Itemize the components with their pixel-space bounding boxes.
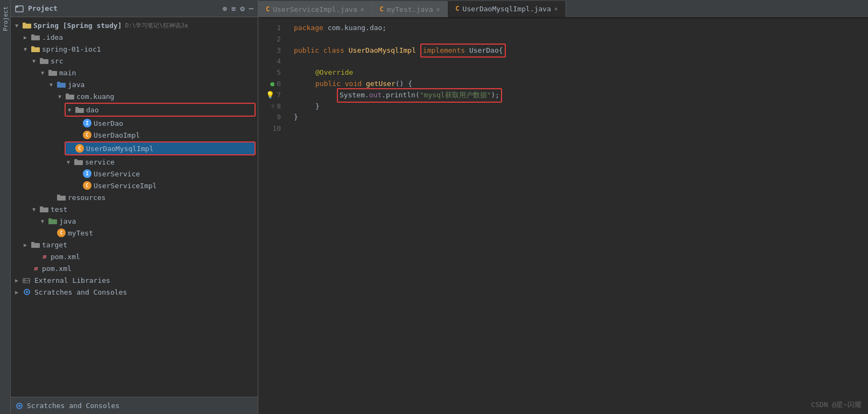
tree-item-spring-root[interactable]: ▼ Spring [Spring study] D:\学习笔记\狂神说Ja	[11, 19, 258, 31]
service-label: service	[85, 158, 115, 166]
dot-7: .	[382, 90, 386, 101]
tab-userdaomysqlimpl[interactable]: C UserDaoMysqlImpl.java ✕	[448, 1, 566, 17]
svg-rect-5	[31, 34, 34, 36]
spring01-label: spring-01-ioc1	[42, 45, 101, 53]
tab-userserviceimpl-close[interactable]: ✕	[361, 6, 364, 13]
spring-root-label: Spring [Spring study]	[33, 22, 122, 30]
kw-public-3: public	[294, 45, 323, 56]
implements-name: UserDao	[469, 45, 499, 56]
tree-item-userserviceimpl[interactable]: ▶ C UserServiceImpl	[11, 180, 258, 191]
minimize-icon[interactable]: ─	[249, 4, 253, 13]
expand-icon[interactable]: ≡	[231, 4, 236, 13]
tree-item-extlibs[interactable]: ▶ External Libraries	[11, 274, 258, 286]
ln-3: 3	[258, 45, 281, 56]
svg-rect-19	[74, 159, 77, 161]
tree-item-src[interactable]: ▼ src	[11, 55, 258, 67]
code-line-3: public class UserDaoMysqlImpl implements…	[294, 45, 859, 56]
idea-label: .idea	[42, 33, 63, 41]
scratches-bottom-item[interactable]: Scratches and Consoles	[15, 402, 119, 410]
settings-icon[interactable]: ⚙	[240, 4, 244, 13]
tab-userdaomysqlimpl-icon: C	[455, 5, 459, 12]
code-content[interactable]: package com.kuang.dao; public class User…	[285, 18, 868, 414]
system-class: System.	[340, 90, 369, 101]
editor-area: C UserServiceImpl.java ✕ C myTest.java ✕…	[258, 0, 868, 414]
project-tool-button[interactable]: Project	[1, 3, 10, 35]
tab-userdaomysqlimpl-label: UserDaoMysqlImpl.java	[463, 5, 551, 13]
pkg-name: com.kuang.dao;	[328, 23, 387, 34]
out-field: out	[369, 90, 382, 101]
tree-item-userservice[interactable]: ▶ I UserService	[11, 168, 258, 180]
tree-item-scratches[interactable]: ▶ Scratches and Consoles	[11, 286, 258, 298]
tree-item-pom-root[interactable]: ▶ m pom.xml	[11, 262, 258, 274]
fold-gutter-icon[interactable]: ▽	[271, 102, 274, 111]
userservice-badge: I	[83, 169, 91, 178]
tab-mytest[interactable]: C myTest.java ✕	[372, 1, 448, 17]
tree-item-comkuang[interactable]: ▼ com.kuang	[11, 90, 258, 102]
userdao-label: UserDao	[94, 119, 123, 127]
tree-item-test-java[interactable]: ▼ java	[11, 215, 258, 227]
ln-5: 5	[258, 67, 281, 78]
ln-10: 10	[258, 123, 281, 134]
tree-item-mytest[interactable]: ▶ C myTest	[11, 227, 258, 239]
svg-rect-7	[31, 46, 34, 48]
code-line-5: @Override	[294, 67, 859, 78]
tree-item-target[interactable]: ▶ target	[11, 239, 258, 251]
tree-item-test[interactable]: ▼ test	[11, 203, 258, 215]
svg-rect-27	[31, 242, 34, 244]
run-gutter-icon[interactable]: ●	[270, 78, 274, 90]
tree-item-java[interactable]: ▼ java	[11, 78, 258, 90]
ln-8: ▽ 8	[258, 101, 281, 112]
paren-close-7: );	[491, 90, 500, 101]
tab-mytest-close[interactable]: ✕	[436, 6, 440, 13]
tab-userdaomysqlimpl-close[interactable]: ✕	[554, 5, 558, 12]
pom-root-label: pom.xml	[42, 265, 72, 273]
test-label: test	[51, 205, 67, 213]
tree-item-userdao[interactable]: ▶ I UserDao	[11, 117, 258, 129]
println-redbox: System. out . println ( "mysql获取用户数据" );	[337, 88, 502, 103]
brace-open: {	[499, 45, 503, 56]
tree-item-pom-child[interactable]: ▶ m pom.xml	[11, 251, 258, 262]
tree-item-service[interactable]: ▼ service	[11, 156, 258, 168]
code-line-10	[294, 123, 859, 134]
tree-item-idea[interactable]: ▶ .idea	[11, 31, 258, 43]
target-label: target	[42, 241, 67, 249]
svg-rect-13	[57, 82, 60, 83]
project-tree: ▼ Spring [Spring study] D:\学习笔记\狂神说Ja ▶ …	[11, 17, 258, 397]
code-line-7: System. out . println ( "mysql获取用户数据" );	[294, 90, 859, 101]
svg-rect-20	[57, 196, 66, 201]
tab-userserviceimpl-icon: C	[266, 5, 270, 13]
svg-rect-4	[31, 35, 40, 40]
tree-item-resources[interactable]: ▶ resources	[11, 191, 258, 203]
userdaomysqlimpl-badge: C	[75, 144, 84, 153]
svg-rect-16	[75, 108, 84, 113]
scratches-bottom-icon	[15, 402, 24, 410]
svg-rect-8	[40, 59, 48, 64]
project-title: Project	[28, 4, 58, 12]
svg-rect-10	[48, 71, 57, 76]
tab-userserviceimpl[interactable]: C UserServiceImpl.java ✕	[258, 1, 372, 17]
string-mysql: "mysql获取用户数据"	[420, 90, 491, 101]
svg-rect-18	[74, 160, 83, 165]
tab-userserviceimpl-label: UserServiceImpl.java	[273, 5, 357, 13]
project-bottom-bar: Scratches and Consoles	[11, 397, 258, 414]
tree-item-spring01[interactable]: ▼ spring-01-ioc1	[11, 43, 258, 55]
locate-icon[interactable]: ⊕	[222, 4, 227, 13]
svg-rect-26	[31, 243, 40, 248]
svg-rect-14	[66, 95, 74, 99]
tree-item-userdaoimpl[interactable]: ▶ C UserDaoImpl	[11, 129, 258, 141]
svg-rect-6	[31, 47, 40, 52]
code-line-1: package com.kuang.dao;	[294, 23, 859, 34]
tree-item-dao[interactable]: ▼ dao	[66, 104, 255, 116]
tree-item-userdaomysqlimpl[interactable]: ▶ C UserDaoMysqlImpl	[66, 142, 255, 154]
tree-item-main[interactable]: ▼ main	[11, 67, 258, 78]
src-label: src	[51, 57, 63, 65]
implements-redbox: implements UserDao {	[420, 44, 506, 58]
class-name-3: UserDaoMysqlImpl	[349, 45, 416, 56]
ln-4: 4	[258, 56, 281, 67]
svg-rect-2	[23, 24, 31, 28]
println-method: println	[386, 90, 415, 101]
code-editor: 1 2 3 4 5 ● 6 💡 7 ▽ 8 9 10	[258, 18, 868, 414]
svg-rect-17	[75, 107, 79, 109]
test-java-label: java	[59, 217, 76, 225]
warning-gutter-icon[interactable]: 💡	[266, 90, 274, 101]
